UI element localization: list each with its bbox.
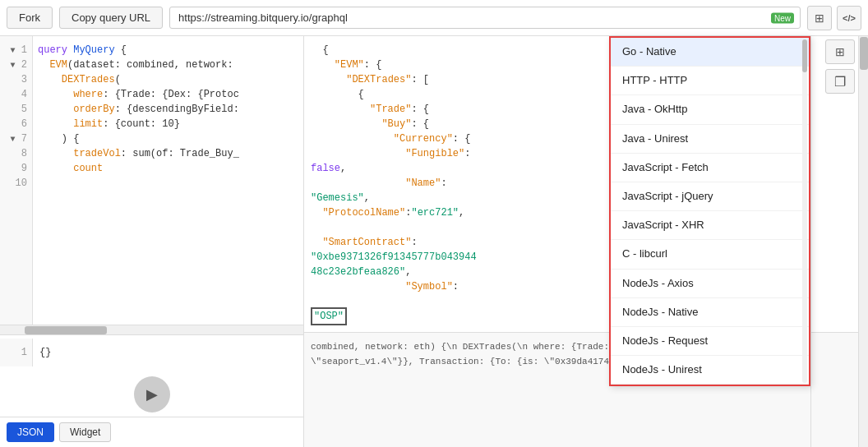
- code-line-10: [38, 176, 298, 191]
- dropdown-item-java-unirest[interactable]: Java - Unirest: [611, 125, 809, 154]
- dropdown-item-go-native[interactable]: Go - Native: [611, 38, 809, 67]
- code-editor[interactable]: ▼ 1 ▼ 2 3 4 5 6 ▼ 7 8 9 10 query MyQuery…: [0, 36, 303, 325]
- scrollbar-thumb: [25, 326, 107, 334]
- dropdown-item-java-okhttp[interactable]: Java - OkHttp: [611, 95, 809, 124]
- database-icon-btn[interactable]: ⊞: [807, 6, 832, 30]
- left-panel: ▼ 1 ▼ 2 3 4 5 6 ▼ 7 8 9 10 query MyQuery…: [0, 36, 304, 447]
- tab-widget[interactable]: Widget: [59, 422, 111, 442]
- dropdown-item-nodejs-request[interactable]: NodeJs - Request: [611, 327, 809, 356]
- dropdown-item-js-xhr[interactable]: JavaScript - XHR: [611, 211, 809, 240]
- copy-icon-btn[interactable]: ❐: [825, 69, 855, 94]
- code-line-4: where: {Trade: {Dex: {Protoc: [38, 87, 298, 102]
- code-content[interactable]: query MyQuery { EVM(dataset: combined, n…: [33, 36, 303, 325]
- new-badge: New: [771, 12, 794, 23]
- result-line-number: 1: [0, 339, 33, 366]
- code-line-6: limit: {count: 10}: [38, 117, 298, 131]
- right-panel: { "EVM": { "DEXTrades": [ { "Trade": { "…: [304, 36, 868, 447]
- run-button[interactable]: ▶: [134, 376, 170, 412]
- code-line-7: ) {: [38, 131, 298, 146]
- result-content: {}: [33, 340, 58, 365]
- right-side-panel: ⊞ ❐: [810, 36, 868, 447]
- code-line-9: count: [38, 161, 298, 176]
- code-line-8: tradeVol: sum(of: Trade_Buy_: [38, 146, 298, 161]
- dropdown-item-nodejs-unirest[interactable]: NodeJs - Unirest: [611, 356, 809, 385]
- fold-arrow-1: ▼: [11, 46, 16, 55]
- fork-button[interactable]: Fork: [7, 7, 53, 29]
- language-dropdown[interactable]: Go - Native HTTP - HTTP Java - OkHttp Ja…: [609, 36, 810, 386]
- code-line-2: EVM(dataset: combined, network:: [38, 58, 298, 72]
- run-icon: ▶: [146, 385, 158, 403]
- dropdown-item-js-fetch[interactable]: JavaScript - Fetch: [611, 154, 809, 182]
- code-line-5: orderBy: {descendingByField:: [38, 102, 298, 117]
- editor-horizontal-scrollbar[interactable]: [0, 325, 303, 334]
- fold-arrow-7: ▼: [11, 135, 16, 144]
- toolbar-right-icons: ⊞ </>: [807, 6, 861, 30]
- copy-url-button[interactable]: Copy query URL: [59, 7, 163, 29]
- code-line-1: query MyQuery {: [38, 43, 298, 58]
- url-input[interactable]: [169, 7, 801, 29]
- tab-json[interactable]: JSON: [7, 422, 54, 442]
- dropdown-scrollbar[interactable]: [802, 39, 807, 383]
- dropdown-item-http[interactable]: HTTP - HTTP: [611, 67, 809, 95]
- dropdown-item-c-libcurl[interactable]: C - libcurl: [611, 240, 809, 269]
- toolbar: Fork Copy query URL New ⊞ </>: [0, 0, 868, 36]
- dropdown-scrollbar-thumb: [802, 39, 807, 72]
- bottom-tabs: JSON Widget: [0, 417, 303, 447]
- right-wrapper: { "EVM": { "DEXTrades": [ { "Trade": { "…: [304, 36, 868, 447]
- main-area: ▼ 1 ▼ 2 3 4 5 6 ▼ 7 8 9 10 query MyQuery…: [0, 36, 868, 447]
- code-view-button[interactable]: </>: [837, 6, 861, 30]
- fold-arrow-2: ▼: [11, 61, 16, 70]
- grid-icon-btn[interactable]: ⊞: [825, 39, 855, 64]
- dropdown-item-js-jquery[interactable]: JavaScript - jQuery: [611, 182, 809, 211]
- dropdown-item-nodejs-axios[interactable]: NodeJs - Axios: [611, 270, 809, 298]
- dropdown-item-nodejs-native[interactable]: NodeJs - Native: [611, 298, 809, 327]
- line-numbers: ▼ 1 ▼ 2 3 4 5 6 ▼ 7 8 9 10: [0, 36, 33, 325]
- result-section: 1 {} ▶: [0, 334, 303, 417]
- run-section: ▶: [0, 370, 303, 419]
- code-line-3: DEXTrades(: [38, 72, 298, 87]
